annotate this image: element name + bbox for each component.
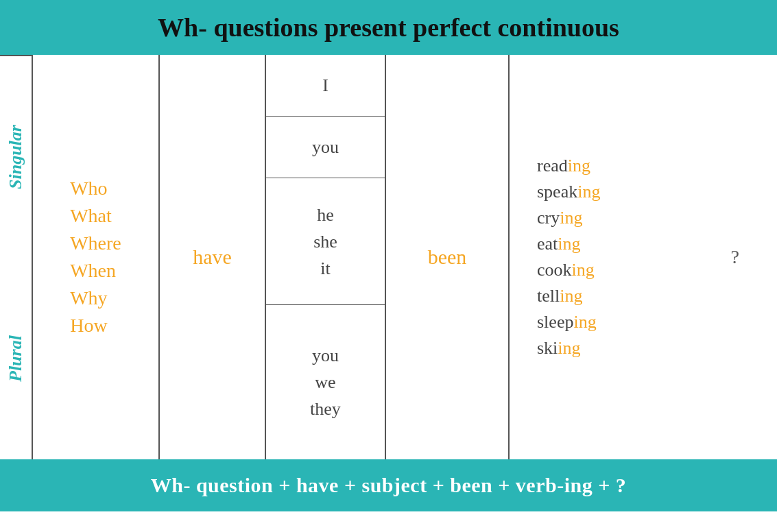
page-title: Wh- questions present perfect continuous <box>158 13 619 42</box>
plural-label: Plural <box>0 258 32 459</box>
main-table: Singular Plural Who What Where When Why … <box>0 55 777 459</box>
wh-word-how: How <box>70 315 121 337</box>
subject-i: I <box>266 55 385 117</box>
subject-youwethy: youwethey <box>266 305 385 459</box>
have-column: have <box>160 55 266 459</box>
been-column: been <box>386 55 510 459</box>
header: Wh- questions present perfect continuous <box>0 0 777 55</box>
wh-word-what: What <box>70 205 121 227</box>
subject-you-singular: you <box>266 117 385 178</box>
been-text: been <box>428 245 467 269</box>
wh-word-when: When <box>70 260 121 282</box>
singular-label: Singular <box>0 55 32 258</box>
subject-youwethy-text: youwethey <box>310 342 341 422</box>
subject-heshit: hesheit <box>266 178 385 305</box>
wh-word-why: Why <box>70 287 121 309</box>
verb-sleeping: sleeping <box>537 312 597 332</box>
subject-column: I you hesheit youwethey <box>266 55 386 459</box>
verb-eating: eating <box>537 234 581 254</box>
subject-heshit-text: hesheit <box>313 202 337 282</box>
verb-skiing: skiing <box>537 338 581 359</box>
have-text: have <box>193 245 232 269</box>
number-labels: Singular Plural <box>0 55 33 459</box>
verb-telling: telling <box>537 286 582 306</box>
verb-reading: reading <box>537 156 590 176</box>
question-mark: ? <box>731 246 739 268</box>
footer-formula: Wh- question + have + subject + been + v… <box>151 474 627 497</box>
wh-words-list: Who What Where When Why How <box>63 171 128 343</box>
verbing-column: reading speaking crying eating cooking t… <box>510 55 777 459</box>
wh-words-column: Who What Where When Why How <box>33 55 160 459</box>
wh-word-who: Who <box>70 178 121 200</box>
wh-word-where: Where <box>70 232 121 254</box>
verb-crying: crying <box>537 208 582 228</box>
subject-i-text: I <box>322 72 328 99</box>
footer: Wh- question + have + subject + been + v… <box>0 459 777 511</box>
subject-you-singular-text: you <box>312 134 339 160</box>
verb-speaking: speaking <box>537 182 600 202</box>
verb-cooking: cooking <box>537 260 595 280</box>
